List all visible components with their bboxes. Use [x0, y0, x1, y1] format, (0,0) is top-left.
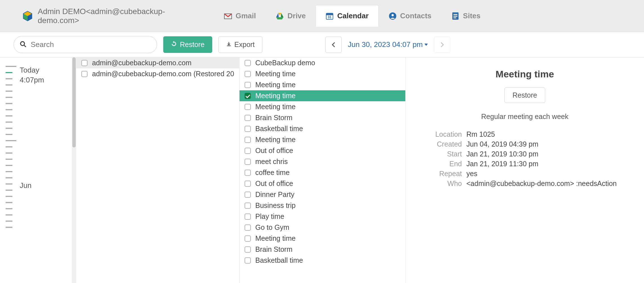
event-row[interactable]: meet chris: [240, 156, 405, 167]
who-value: <admin@cubebackup-demo.com> :needsAction: [466, 179, 630, 188]
event-row[interactable]: Meeting time: [240, 68, 405, 79]
checkbox[interactable]: [245, 159, 251, 165]
event-row[interactable]: Out of office: [240, 178, 405, 189]
tab-gmail[interactable]: Gmail: [214, 5, 266, 27]
event-row[interactable]: Brain Storm: [240, 244, 405, 255]
event-row[interactable]: Business trip: [240, 200, 405, 211]
event-row[interactable]: Meeting time: [240, 79, 405, 90]
checkbox[interactable]: [245, 235, 251, 242]
event-row[interactable]: Go to Gym: [240, 222, 405, 233]
next-snapshot-button[interactable]: [434, 37, 450, 53]
checkbox[interactable]: [245, 170, 251, 176]
snapshot-nav: Jun 30, 2023 04:07 pm: [325, 37, 450, 53]
current-user-label: Admin DEMO<admin@cubebackup-demo.com>: [38, 7, 203, 25]
event-row[interactable]: Meeting time: [240, 134, 405, 145]
event-row[interactable]: CubeBackup demo: [240, 57, 405, 68]
checkbox[interactable]: [245, 126, 251, 132]
export-button[interactable]: Export: [218, 36, 262, 53]
event-label: Meeting time: [255, 136, 296, 144]
event-row[interactable]: Meeting time: [240, 101, 405, 112]
detail-description: Regular meeting each week: [420, 113, 630, 121]
prev-snapshot-button[interactable]: [325, 37, 342, 53]
event-label: Meeting time: [255, 234, 296, 242]
checkbox[interactable]: [245, 246, 251, 253]
gmail-icon: [224, 12, 232, 20]
tab-label: Gmail: [236, 12, 256, 20]
snapshot-date-picker[interactable]: Jun 30, 2023 04:07 pm: [346, 40, 430, 49]
checkbox[interactable]: [245, 60, 251, 66]
location-value: Rm 1025: [466, 130, 630, 138]
event-label: Meeting time: [255, 81, 296, 89]
event-row[interactable]: Basketball time: [240, 255, 405, 266]
checkbox[interactable]: [245, 257, 251, 264]
event-label: Meeting time: [255, 103, 296, 111]
calendar-row[interactable]: admin@cubebackup-demo.com (Restored 2019…: [76, 68, 239, 79]
tab-drive[interactable]: Drive: [266, 5, 316, 27]
scrollbar[interactable]: [72, 57, 76, 283]
checkbox[interactable]: [245, 82, 251, 88]
restore-button[interactable]: Restore: [163, 36, 212, 53]
event-label: Go to Gym: [255, 223, 289, 232]
event-label: Basketball time: [255, 125, 303, 133]
event-label: Basketball time: [255, 256, 303, 264]
svg-marker-8: [276, 13, 279, 17]
tab-calendar[interactable]: 31 Calendar: [316, 5, 378, 27]
event-label: CubeBackup demo: [255, 59, 315, 67]
scroll-thumb[interactable]: [72, 57, 76, 147]
brand: Admin DEMO<admin@cubebackup-demo.com>: [23, 7, 203, 25]
end-value: Jan 21, 2019 11:30 pm: [466, 160, 630, 168]
event-label: Meeting time: [255, 70, 296, 78]
event-row[interactable]: Brain Storm: [240, 112, 405, 123]
checkbox[interactable]: [245, 137, 251, 143]
event-row[interactable]: Dinner Party: [240, 189, 405, 200]
detail-restore-button[interactable]: Restore: [504, 87, 545, 103]
tab-sites[interactable]: Sites: [441, 5, 490, 27]
checkbox[interactable]: [245, 214, 251, 220]
contacts-icon: [388, 12, 397, 20]
tab-label: Contacts: [400, 12, 431, 20]
timeline-today-label: Today: [20, 66, 66, 75]
calendar-row[interactable]: admin@cubebackup-demo.com: [76, 57, 239, 68]
checkbox[interactable]: [81, 60, 88, 66]
event-label: Out of office: [255, 179, 293, 188]
tab-label: Sites: [463, 12, 480, 20]
event-row[interactable]: Meeting time: [240, 90, 405, 101]
checkbox[interactable]: [245, 93, 251, 99]
start-label: Start: [420, 150, 462, 158]
event-row[interactable]: Basketball time: [240, 123, 405, 134]
calendar-list: admin@cubebackup-demo.comadmin@cubebacku…: [76, 57, 240, 283]
service-tabs: Gmail Drive 31 Calendar Contacts: [214, 5, 490, 27]
timeline-month-label: Jun: [20, 181, 66, 190]
start-value: Jan 21, 2019 10:30 pm: [466, 150, 630, 158]
event-row[interactable]: Play time: [240, 211, 405, 222]
checkbox[interactable]: [245, 71, 251, 77]
checkbox[interactable]: [81, 71, 88, 77]
tab-label: Calendar: [337, 12, 368, 20]
event-label: Out of office: [255, 147, 293, 155]
event-row[interactable]: Out of office: [240, 145, 405, 156]
svg-point-14: [392, 14, 394, 16]
sites-icon: [451, 12, 460, 20]
repeat-label: Repeat: [420, 170, 462, 178]
checkbox[interactable]: [245, 181, 251, 187]
search-input[interactable]: [14, 36, 157, 53]
svg-line-20: [24, 45, 26, 47]
checkbox[interactable]: [245, 192, 251, 198]
detail-title: Meeting time: [420, 69, 630, 80]
tab-contacts[interactable]: Contacts: [379, 5, 441, 27]
event-label: Play time: [255, 212, 284, 221]
created-value: Jun 04, 2019 04:39 pm: [466, 140, 630, 148]
end-label: End: [420, 160, 462, 168]
restore-icon: [171, 41, 177, 49]
calendar-label: admin@cubebackup-demo.com (Restored 2019…: [92, 70, 234, 78]
checkbox[interactable]: [245, 115, 251, 121]
checkbox[interactable]: [245, 203, 251, 209]
checkbox[interactable]: [245, 224, 251, 231]
svg-text:31: 31: [328, 15, 332, 19]
timeline-time-label: 4:07pm: [20, 76, 66, 84]
checkbox[interactable]: [245, 148, 251, 154]
event-row[interactable]: Meeting time: [240, 233, 405, 244]
checkbox[interactable]: [245, 104, 251, 110]
svg-rect-17: [453, 16, 457, 17]
event-row[interactable]: coffee time: [240, 167, 405, 178]
